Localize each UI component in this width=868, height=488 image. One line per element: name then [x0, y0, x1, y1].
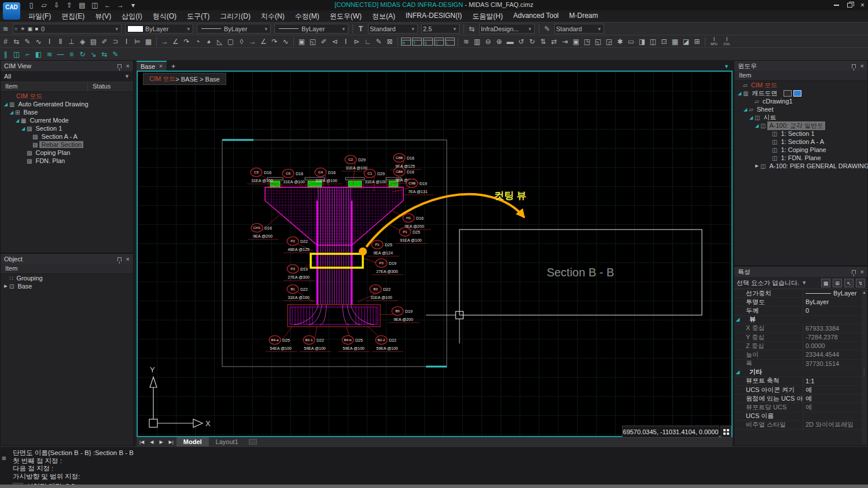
text-style-icon[interactable]: T — [355, 24, 366, 34]
pin-icon[interactable] — [117, 64, 122, 68]
tool-icon[interactable]: ▣ — [571, 36, 582, 47]
tool-icon[interactable]: ⇥ — [560, 36, 571, 47]
tool-icon[interactable]: ▤ — [88, 36, 99, 47]
tree-item[interactable]: ◢▥Auto Generated Drawing — [1, 100, 133, 108]
tool-icon[interactable]: ⊲ — [329, 36, 340, 47]
property-value[interactable]: 예 — [803, 403, 862, 411]
property-value[interactable]: 0 — [803, 306, 862, 315]
table-tool-icon-c[interactable]: C — [434, 38, 444, 46]
menu-그리기D[interactable]: 그리기(D) — [215, 10, 256, 22]
tool-icon[interactable]: ∿ — [33, 36, 44, 47]
tree-item[interactable]: ▱cDrawing1 — [734, 97, 867, 105]
tree-item[interactable]: ◫1: Section A - A — [734, 138, 867, 146]
infra-tool-icon[interactable]: ≋ — [44, 49, 55, 60]
infra-tool-icon[interactable]: ↻ — [77, 49, 88, 60]
tree-item[interactable]: ◢▥캐드도면 — [734, 89, 867, 97]
tree-item[interactable]: ◢▱Sheet — [734, 105, 867, 113]
tool-icon[interactable]: ≋ — [461, 36, 472, 47]
expand-icon[interactable]: ◢ — [734, 317, 741, 322]
close-icon[interactable]: × — [860, 62, 864, 69]
expand-icon[interactable]: ▶ — [3, 284, 9, 289]
close-icon[interactable]: × — [860, 268, 864, 275]
tree-item[interactable]: ▱CIM 모드 — [734, 81, 867, 89]
tool-icon[interactable]: ∠ — [258, 36, 269, 47]
table-style-combo[interactable]: Standard▾ — [554, 24, 604, 34]
menu-icon[interactable]: ≡ — [2, 454, 6, 463]
close-icon[interactable]: × — [126, 62, 130, 69]
menu-정보A[interactable]: 정보(A) — [367, 10, 400, 22]
tree-item[interactable]: ▨FDN. Plan — [1, 157, 133, 165]
tree-item[interactable]: ◢▦Current Mode — [1, 116, 133, 124]
tree-item[interactable]: ◢◫시트 — [734, 113, 867, 121]
tree-item[interactable]: ◢⊞Base — [1, 108, 133, 116]
tool-icon[interactable]: ⊨ — [132, 36, 143, 47]
property-value[interactable] — [803, 412, 862, 420]
tree-item[interactable]: ◢▨Section 1 — [1, 124, 133, 132]
window-active-icon[interactable] — [793, 90, 801, 97]
tab-base[interactable]: Base× — [137, 61, 167, 71]
expand-icon[interactable]: ◢ — [737, 91, 742, 96]
tool-icon[interactable]: Ⅰ — [340, 36, 351, 47]
window-outline-icon[interactable] — [784, 90, 792, 97]
tool-icon[interactable]: ◈ — [77, 36, 88, 47]
quick-select-icon[interactable]: ▦ — [821, 279, 830, 287]
tool-icon[interactable]: ∟ — [362, 36, 373, 47]
tool-icon[interactable]: ⇆ — [11, 36, 22, 47]
tool-icon[interactable]: ◳ — [582, 36, 593, 47]
property-value[interactable]: ByLayer — [803, 298, 862, 306]
infra-tool-icon[interactable]: ∥ — [0, 49, 11, 60]
menu-도움말H[interactable]: 도움말(H) — [467, 10, 508, 22]
menu-윈도우W[interactable]: 윈도우(W) — [325, 10, 367, 22]
tool-icon[interactable]: ⊳ — [351, 36, 362, 47]
infra-tool-icon[interactable]: ⇆ — [99, 49, 110, 60]
tool-icon[interactable]: ⊖ — [483, 36, 494, 47]
minimize-button[interactable] — [834, 5, 839, 6]
infra-tool-icon[interactable]: ≡ — [66, 49, 77, 60]
menu-편집E[interactable]: 편집(E) — [56, 10, 90, 22]
restore-button[interactable] — [847, 3, 852, 8]
menu-INFRA-DESIGNI[interactable]: INFRA-DESIGN(I) — [400, 10, 467, 22]
table-tool-icon-t[interactable]: T — [412, 38, 422, 46]
tree-item[interactable]: ◫1: Coping Plane — [734, 146, 867, 154]
layout-nav-button[interactable]: ▶| — [166, 439, 176, 445]
infra-tool-icon[interactable]: ◫ — [11, 49, 22, 60]
expand-icon[interactable]: ◢ — [9, 110, 14, 115]
expand-icon[interactable]: ◢ — [748, 115, 754, 120]
tab-list-dropdown-icon[interactable]: ▼ — [724, 64, 733, 71]
tool-icon[interactable]: ▦ — [143, 36, 154, 47]
property-value[interactable]: 예 — [803, 386, 862, 394]
pin-icon[interactable] — [117, 257, 122, 261]
layout-nav-button[interactable]: ◀ — [147, 439, 156, 445]
cim-view-filter[interactable]: All▼ — [1, 71, 133, 82]
layer-combo[interactable]: ○ ☀ ▣ ■ 0▾ — [13, 24, 122, 34]
tool-icon[interactable]: ▬ — [505, 36, 516, 47]
property-value[interactable]: 67933.3384 — [803, 324, 862, 332]
tool-icon[interactable]: ⊃ — [110, 36, 121, 47]
property-value[interactable]: ByLayer — [803, 289, 862, 297]
chevron-down-icon[interactable]: ▼ — [801, 280, 807, 286]
table-style-icon[interactable]: ✎ — [542, 24, 553, 34]
tool-icon[interactable]: ▢ — [225, 36, 236, 47]
tool-icon[interactable]: ⇄ — [549, 36, 560, 47]
tool-icon-spc[interactable]: ⅠSPC — [708, 37, 720, 46]
tool-icon[interactable]: Ⅰ — [121, 36, 132, 47]
tool-icon[interactable]: ◱ — [307, 36, 318, 47]
new-layout-button[interactable] — [249, 439, 257, 445]
tool-icon[interactable]: ◲ — [604, 36, 615, 47]
scroll-up-icon[interactable]: ▲ — [862, 290, 867, 295]
tool-icon[interactable]: ◫ — [648, 36, 659, 47]
dim-style-icon[interactable]: ⇆ — [466, 24, 477, 34]
tool-icon[interactable]: ◱ — [593, 36, 604, 47]
layout-nav-button[interactable]: |◀ — [137, 439, 147, 445]
lineweight-combo[interactable]: ByLayer▾ — [274, 24, 348, 34]
table-tool-icon-r[interactable]: R — [401, 38, 411, 46]
property-value[interactable]: 37730.1514 — [803, 360, 862, 368]
property-section[interactable]: ◢기타 — [734, 368, 862, 377]
menu-뷰V[interactable]: 뷰(V) — [90, 10, 116, 22]
tool-icon[interactable]: # — [0, 36, 11, 47]
table-tool-icon-l[interactable]: L — [445, 38, 455, 46]
tool-icon[interactable]: ◔ — [192, 36, 203, 47]
dim-size-combo[interactable]: 2.5▾ — [421, 24, 459, 34]
property-value[interactable]: -7284.2378 — [803, 333, 862, 341]
menu-수정M[interactable]: 수정(M) — [290, 10, 325, 22]
